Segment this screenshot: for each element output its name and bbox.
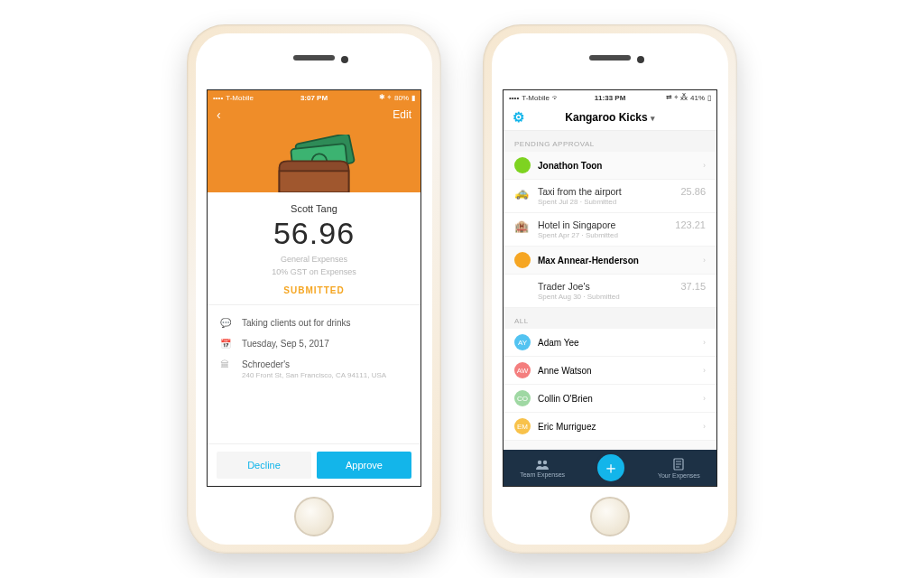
avatar: CO (514, 390, 531, 406)
expense-amount: 56.96 (208, 216, 420, 251)
back-button[interactable]: ‹ (217, 107, 221, 122)
status-bar: ••••T-Mobileᯤ 11:33 PM ⇄ ⌖ ⁂41%▯ (504, 90, 716, 104)
chevron-down-icon: ▾ (651, 114, 655, 123)
expense-gst: 10% GST on Expenses (208, 267, 420, 276)
edit-button[interactable]: Edit (393, 108, 411, 121)
person-row[interactable]: EM Eric Murriguez› (504, 413, 716, 441)
settings-button[interactable]: ⚙ (513, 109, 524, 126)
svg-point-5 (538, 460, 541, 463)
avatar (514, 157, 531, 173)
expense-row[interactable]: 🏨 Hotel in Singapore Spent Apr 27 · Subm… (504, 213, 716, 247)
nav-bar: ‹ Edit (208, 104, 420, 122)
expense-row[interactable]: Trader Joe's Spent Aug 30 · Submitted 37… (504, 275, 716, 308)
person-row[interactable]: AW Anne Watson› (504, 357, 716, 385)
location-icon: 🏛 (220, 359, 233, 369)
team-picker[interactable]: Kangaroo Kicks▾ (565, 111, 654, 124)
expense-amount: 25.86 (680, 186, 706, 197)
approve-button[interactable]: Approve (317, 452, 411, 479)
avatar (514, 252, 531, 268)
calendar-icon: 📅 (220, 339, 233, 349)
avatar: AY (514, 334, 531, 350)
detail-location: 🏛 Schroeder's 240 Front St, San Francisc… (220, 354, 408, 385)
hotel-icon: 🏨 (514, 219, 531, 233)
detail-note: 💬 Taking clients out for drinks (220, 312, 408, 333)
section-all-header: ALL (504, 308, 716, 329)
decline-button[interactable]: Decline (217, 452, 311, 479)
taxi-icon: 🚕 (514, 186, 531, 200)
expense-amount: 123.21 (675, 219, 706, 230)
chevron-right-icon: › (703, 161, 706, 170)
nav-bar: ⚙ Kangaroo Kicks▾ (504, 104, 716, 131)
comment-icon: 💬 (220, 318, 233, 328)
tab-bar: Team Expenses ＋ Your Expenses (504, 450, 716, 486)
submitter-name: Scott Tang (208, 203, 420, 214)
add-expense-button[interactable]: ＋ (597, 454, 624, 481)
expense-row[interactable]: 🚕 Taxi from the airport Spent Jul 28 · S… (504, 180, 716, 213)
expense-detail-screen: ••••T-Mobile 3:07 PM ✱ ⌖80%▮ ‹ Edit (207, 89, 421, 487)
section-pending-header: PENDING APPROVAL (504, 131, 716, 152)
avatar: EM (514, 418, 531, 434)
pending-person-row[interactable]: Max Annear-Henderson › (504, 247, 716, 275)
expense-category: General Expenses (208, 255, 420, 264)
amount-block: Scott Tang 56.96 General Expenses 10% GS… (208, 192, 420, 305)
pending-person-row[interactable]: Jonathon Toon › (504, 152, 716, 180)
tab-team-expenses[interactable]: Team Expenses (520, 459, 565, 478)
team-expenses-screen: ••••T-Mobileᯤ 11:33 PM ⇄ ⌖ ⁂41%▯ ⚙ Kanga… (503, 89, 717, 487)
expense-amount: 37.15 (680, 281, 706, 292)
wallet-illustration (208, 122, 420, 192)
svg-point-6 (543, 460, 547, 463)
status-badge: SUBMITTED (208, 285, 420, 295)
detail-date: 📅 Tuesday, Sep 5, 2017 (220, 333, 408, 354)
tab-your-expenses[interactable]: Your Expenses (658, 458, 700, 479)
status-bar: ••••T-Mobile 3:07 PM ✱ ⌖80%▮ (208, 90, 420, 104)
avatar: AW (514, 362, 531, 378)
chevron-right-icon: › (703, 256, 706, 265)
svg-rect-4 (280, 171, 349, 192)
person-row[interactable]: AY Adam Yee› (504, 329, 716, 357)
person-row[interactable]: CO Collin O'Brien› (504, 385, 716, 413)
